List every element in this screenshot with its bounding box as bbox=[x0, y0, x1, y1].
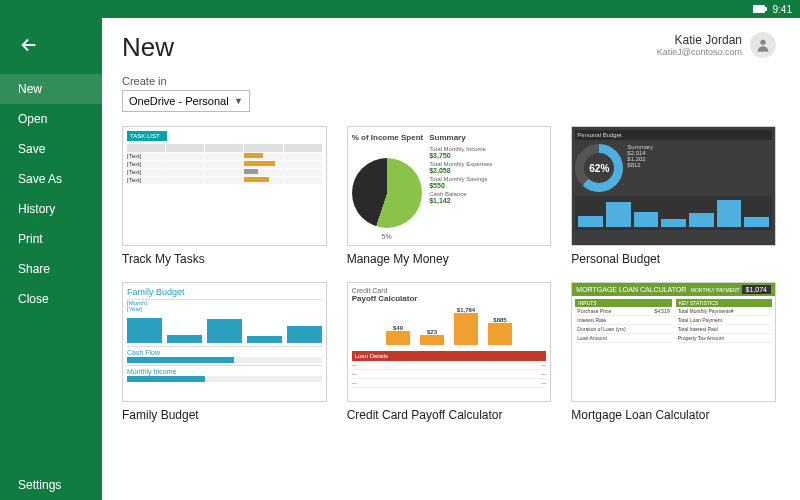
page-title: New bbox=[122, 32, 174, 63]
template-title: Track My Tasks bbox=[122, 252, 327, 266]
create-in-selected: OneDrive - Personal bbox=[129, 95, 229, 107]
sidebar-item-share[interactable]: Share bbox=[0, 254, 102, 284]
sidebar-item-save-as[interactable]: Save As bbox=[0, 164, 102, 194]
template-title: Manage My Money bbox=[347, 252, 552, 266]
template-credit-card-payoff[interactable]: Credit Card Payoff Calculator $40 $23 $1… bbox=[347, 282, 552, 422]
template-thumbnail: Personal Budget 62% Summary $2,014 $1,20… bbox=[571, 126, 776, 246]
donut-chart-icon: 62% bbox=[575, 144, 623, 192]
svg-rect-0 bbox=[753, 5, 765, 13]
template-mortgage-loan[interactable]: MORTGAGE LOAN CALCULATOR MONTHLY PAYMENT… bbox=[571, 282, 776, 422]
svg-rect-1 bbox=[765, 7, 767, 11]
template-thumbnail: Credit Card Payoff Calculator $40 $23 $1… bbox=[347, 282, 552, 402]
user-name: Katie Jordan bbox=[657, 33, 742, 47]
avatar-icon bbox=[750, 32, 776, 58]
template-track-my-tasks[interactable]: TASK LIST [Text] [Text] [Text] [Text] Tr… bbox=[122, 126, 327, 266]
back-button[interactable] bbox=[0, 28, 102, 74]
user-email: KatieJ@contoso.com bbox=[657, 47, 742, 57]
sidebar-item-save[interactable]: Save bbox=[0, 134, 102, 164]
status-bar: 9:41 bbox=[0, 0, 800, 18]
template-title: Personal Budget bbox=[571, 252, 776, 266]
template-thumbnail: Family Budget [Month] [Year] Cash Flow M… bbox=[122, 282, 327, 402]
template-thumbnail: TASK LIST [Text] [Text] [Text] [Text] bbox=[122, 126, 327, 246]
sidebar-item-open[interactable]: Open bbox=[0, 104, 102, 134]
pie-chart-icon bbox=[352, 158, 422, 228]
battery-icon bbox=[753, 4, 767, 15]
svg-point-2 bbox=[760, 40, 765, 45]
sidebar-item-close[interactable]: Close bbox=[0, 284, 102, 314]
user-account[interactable]: Katie Jordan KatieJ@contoso.com bbox=[657, 32, 776, 58]
template-title: Credit Card Payoff Calculator bbox=[347, 408, 552, 422]
template-thumbnail: % of Income Spent Summary Total Monthly … bbox=[347, 126, 552, 246]
template-personal-budget[interactable]: Personal Budget 62% Summary $2,014 $1,20… bbox=[571, 126, 776, 266]
sidebar-item-history[interactable]: History bbox=[0, 194, 102, 224]
template-thumbnail: MORTGAGE LOAN CALCULATOR MONTHLY PAYMENT… bbox=[571, 282, 776, 402]
sidebar-item-settings[interactable]: Settings bbox=[0, 470, 102, 500]
sidebar-item-print[interactable]: Print bbox=[0, 224, 102, 254]
template-manage-my-money[interactable]: % of Income Spent Summary Total Monthly … bbox=[347, 126, 552, 266]
create-in-label: Create in bbox=[122, 75, 776, 87]
create-in-dropdown[interactable]: OneDrive - Personal ▼ bbox=[122, 90, 250, 112]
status-time: 9:41 bbox=[773, 4, 792, 15]
sidebar-item-new[interactable]: New bbox=[0, 74, 102, 104]
template-family-budget[interactable]: Family Budget [Month] [Year] Cash Flow M… bbox=[122, 282, 327, 422]
backstage-sidebar: New Open Save Save As History Print Shar… bbox=[0, 18, 102, 500]
template-title: Mortgage Loan Calculator bbox=[571, 408, 776, 422]
template-grid: TASK LIST [Text] [Text] [Text] [Text] Tr… bbox=[122, 126, 776, 422]
template-title: Family Budget bbox=[122, 408, 327, 422]
main-panel: New Katie Jordan KatieJ@contoso.com Crea… bbox=[102, 18, 800, 500]
chevron-down-icon: ▼ bbox=[234, 96, 243, 106]
